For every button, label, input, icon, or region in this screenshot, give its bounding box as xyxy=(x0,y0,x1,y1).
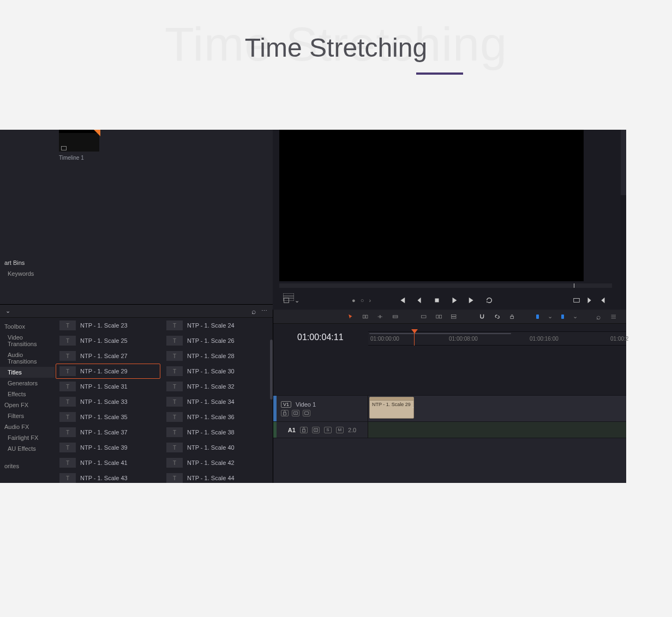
next-edit-icon[interactable] xyxy=(586,297,593,304)
tree-audio-transitions[interactable]: Audio Transitions xyxy=(0,349,55,367)
viewer-scrub-bar[interactable] xyxy=(279,283,612,288)
effects-item[interactable]: TNTP - 1. Scale 38 xyxy=(163,425,267,440)
smart-bins-keywords[interactable]: Keywords xyxy=(0,268,55,279)
fx-options-icon[interactable]: ⋯ xyxy=(261,307,267,314)
clip-trim-handle-icon[interactable]: ⇥ xyxy=(412,403,414,412)
effects-item[interactable]: TNTP - 1. Scale 24 xyxy=(163,318,267,333)
tree-audiofx[interactable]: Audio FX xyxy=(0,421,55,432)
lock-icon[interactable] xyxy=(509,312,515,322)
audio-solo-button[interactable]: S xyxy=(324,427,332,433)
effects-item-label: NTP - 1. Scale 31 xyxy=(80,383,128,390)
title-underline xyxy=(416,72,463,75)
effects-item[interactable]: TNTP - 1. Scale 39 xyxy=(56,440,160,455)
effects-item[interactable]: TNTP - 1. Scale 41 xyxy=(56,455,160,470)
stop-icon[interactable] xyxy=(433,297,441,304)
selection-tool-icon[interactable] xyxy=(347,312,353,322)
crop-chevron-icon[interactable]: ⌄ xyxy=(295,297,299,304)
title-thumb-icon: T xyxy=(59,458,76,468)
tree-toolbox[interactable]: Toolbox xyxy=(0,321,55,332)
tree-openfx[interactable]: Open FX xyxy=(0,400,55,410)
effects-item[interactable]: TNTP - 1. Scale 31 xyxy=(56,379,160,394)
tree-fairlight[interactable]: Fairlight FX xyxy=(0,432,55,443)
blade-tool-icon[interactable] xyxy=(362,312,368,322)
effects-item[interactable]: TNTP - 1. Scale 26 xyxy=(163,333,267,348)
title-thumb-icon: T xyxy=(166,412,183,422)
timeline-options-icon[interactable] xyxy=(610,312,616,322)
preview-viewer[interactable] xyxy=(279,130,584,281)
play-icon[interactable] xyxy=(451,297,458,304)
track-auto-select-icon[interactable] xyxy=(292,410,299,416)
tree-video-transitions[interactable]: Video Transitions xyxy=(0,332,55,349)
audio-track-header[interactable]: A1 S M 2.0 xyxy=(277,422,368,438)
video-track-lane[interactable]: NTP - 1. Scale 29 ⇥ xyxy=(368,396,626,421)
title-thumb-icon: T xyxy=(166,320,183,330)
loop-icon[interactable] xyxy=(485,297,493,304)
zoom-search-icon[interactable]: ⌕ xyxy=(595,312,601,322)
effects-item[interactable]: TNTP - 1. Scale 32 xyxy=(163,379,267,394)
tree-favorites[interactable]: orites xyxy=(0,461,55,471)
audio-auto-select-icon[interactable] xyxy=(312,427,320,433)
effects-item[interactable]: TNTP - 1. Scale 36 xyxy=(163,409,267,425)
video-track-row: V1 Video 1 NTP - 1. Scale 29 ⇥ xyxy=(273,396,626,422)
audio-lock-icon[interactable] xyxy=(300,427,308,433)
link-icon[interactable] xyxy=(494,312,500,322)
svg-rect-19 xyxy=(284,413,286,415)
timeline-clip[interactable]: NTP - 1. Scale 29 ⇥ xyxy=(369,397,414,419)
audio-track-lane[interactable] xyxy=(368,422,626,438)
nav-dots[interactable]: ● ○ › xyxy=(352,297,373,304)
flag-marker-2[interactable] xyxy=(561,314,564,319)
effects-item[interactable]: TNTP - 1. Scale 30 xyxy=(163,364,267,379)
timeline-timecode[interactable]: 01:00:04:11 xyxy=(297,332,344,342)
effects-item[interactable]: TNTP - 1. Scale 33 xyxy=(56,394,160,409)
tree-effects[interactable]: Effects xyxy=(0,389,55,400)
timeline-thumbnail[interactable] xyxy=(59,130,99,152)
trim-tool-icon[interactable] xyxy=(377,312,383,322)
title-thumb-icon: T xyxy=(166,336,183,346)
smart-bins-header[interactable]: art Bins xyxy=(0,257,55,268)
video-track-header[interactable]: V1 Video 1 xyxy=(277,396,368,421)
timeline-view-icon[interactable] xyxy=(283,293,294,301)
title-thumb-icon: T xyxy=(166,443,183,452)
effects-item[interactable]: TNTP - 1. Scale 29 xyxy=(56,364,160,379)
tree-au-effects[interactable]: AU Effects xyxy=(0,443,55,454)
insert-tool-icon[interactable] xyxy=(392,312,398,322)
effects-item[interactable]: TNTP - 1. Scale 34 xyxy=(163,394,267,409)
track-lock-icon[interactable] xyxy=(281,410,289,416)
flag-chevron-2-icon[interactable]: ⌄ xyxy=(573,313,578,320)
effects-item[interactable]: TNTP - 1. Scale 42 xyxy=(163,455,267,470)
title-thumb-icon: T xyxy=(59,427,76,437)
effects-item[interactable]: TNTP - 1. Scale 35 xyxy=(56,409,160,425)
effects-item-label: NTP - 1. Scale 42 xyxy=(187,459,235,466)
effects-item-label: NTP - 1. Scale 40 xyxy=(187,444,235,451)
match-frame-icon[interactable] xyxy=(573,297,580,304)
fx-collapse-chevron-icon[interactable]: ⌄ xyxy=(5,307,10,314)
title-thumb-icon: T xyxy=(166,427,183,437)
effects-item[interactable]: TNTP - 1. Scale 43 xyxy=(56,470,160,483)
effects-item[interactable]: TNTP - 1. Scale 27 xyxy=(56,348,160,364)
prev-frame-icon[interactable] xyxy=(416,297,423,304)
effects-item[interactable]: TNTP - 1. Scale 25 xyxy=(56,333,160,348)
flag-chevron-1-icon[interactable]: ⌄ xyxy=(548,313,553,320)
track-display-icon[interactable] xyxy=(303,410,310,416)
ruler-tick: 01:00:16:00 xyxy=(530,332,559,345)
tree-titles[interactable]: Titles xyxy=(0,367,55,378)
snap-magnet-icon[interactable] xyxy=(479,312,485,322)
replace-tool-icon[interactable] xyxy=(436,312,442,322)
effects-item[interactable]: TNTP - 1. Scale 23 xyxy=(56,318,160,333)
effects-item[interactable]: TNTP - 1. Scale 28 xyxy=(163,348,267,364)
tree-generators[interactable]: Generators xyxy=(0,378,55,389)
search-icon[interactable]: ⌕ xyxy=(251,307,256,316)
effects-item[interactable]: TNTP - 1. Scale 44 xyxy=(163,470,267,483)
go-start-icon[interactable] xyxy=(398,297,406,304)
effects-item-label: NTP - 1. Scale 37 xyxy=(80,429,128,435)
prev-edit-icon[interactable] xyxy=(599,297,607,304)
flag-marker-1[interactable] xyxy=(536,314,539,319)
effects-item[interactable]: TNTP - 1. Scale 37 xyxy=(56,425,160,440)
tree-filters[interactable]: Filters xyxy=(0,410,55,421)
overwrite-tool-icon[interactable] xyxy=(421,312,427,322)
audio-mute-button[interactable]: M xyxy=(336,427,344,433)
timeline-ruler[interactable]: 01:00:00:00 01:00:08:00 01:00:16:00 01:0… xyxy=(368,331,626,346)
fit-tool-icon[interactable] xyxy=(451,312,457,322)
effects-item[interactable]: TNTP - 1. Scale 40 xyxy=(163,440,267,455)
go-end-icon[interactable] xyxy=(468,297,476,304)
